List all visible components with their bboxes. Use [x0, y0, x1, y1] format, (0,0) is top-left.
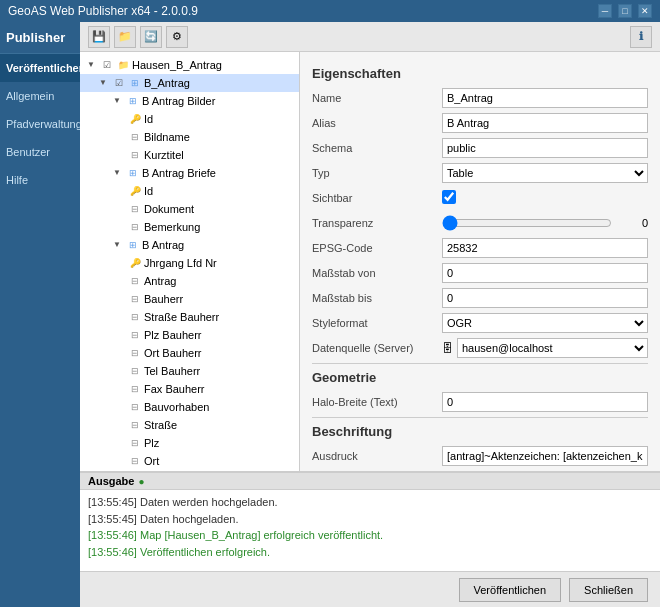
table-icon-3: ⊞	[126, 166, 140, 180]
list-item[interactable]: ⊟Ort	[80, 452, 299, 470]
sidebar-item-veroeffentlichen[interactable]: Veröffentlichen	[0, 54, 80, 82]
field-icon: ⊟	[128, 436, 142, 450]
sidebar-title: Publisher	[0, 22, 80, 54]
prop-row-epsg: EPSG-Code	[312, 237, 648, 259]
list-item[interactable]: ⊟Bauherr	[80, 290, 299, 308]
list-item[interactable]: ⊟Straße	[80, 416, 299, 434]
prop-value-epsg	[442, 238, 648, 258]
prop-value-halo	[442, 392, 648, 412]
prop-value-ausdruck	[442, 446, 648, 466]
settings-button[interactable]: ⚙	[166, 26, 188, 48]
tree-label: Plz Bauherr	[144, 329, 201, 341]
tree-label: Id	[144, 185, 153, 197]
name-input[interactable]	[442, 88, 648, 108]
output-line-1: [13:55:45] Daten werden hochgeladen.	[88, 494, 652, 511]
prop-label-halo: Halo-Breite (Text)	[312, 396, 442, 408]
field-icon: ⊟	[128, 454, 142, 468]
sidebar: Publisher Veröffentlichen Allgemein Pfad…	[0, 22, 80, 607]
info-button[interactable]: ℹ	[630, 26, 652, 48]
prop-value-transparenz: 0	[442, 215, 648, 231]
output-icon: ●	[138, 476, 144, 487]
prop-row-massstab-bis: Maßstab bis	[312, 287, 648, 309]
prop-label-typ: Typ	[312, 167, 442, 179]
prop-value-schema	[442, 138, 648, 158]
output-line-3: [13:55:46] Map [Hausen_B_Antrag] erfolgr…	[88, 527, 652, 544]
list-item[interactable]: 🔑Id	[80, 182, 299, 200]
save-button[interactable]: 💾	[88, 26, 110, 48]
output-title: Ausgabe	[88, 475, 134, 487]
bottom-bar: Veröffentlichen Schließen	[80, 571, 660, 607]
list-item[interactable]: ⊟Ort Bauherr	[80, 344, 299, 362]
tree-item-bilder[interactable]: ▼ ⊞ B Antrag Bilder	[80, 92, 299, 110]
prop-value-sichtbar	[442, 190, 648, 206]
prop-label-name: Name	[312, 92, 442, 104]
tree-label-briefe: B Antrag Briefe	[142, 167, 216, 179]
tree-label: Bauvorhaben	[144, 401, 209, 413]
list-item[interactable]: 🔑Jhrgang Lfd Nr	[80, 254, 299, 272]
prop-value-massstab-von	[442, 263, 648, 283]
halo-input[interactable]	[442, 392, 648, 412]
list-item[interactable]: ⊟Kurztitel	[80, 146, 299, 164]
ausdruck-input[interactable]	[442, 446, 648, 466]
alias-input[interactable]	[442, 113, 648, 133]
massstab-bis-input[interactable]	[442, 288, 648, 308]
sidebar-item-pfadverwaltung[interactable]: Pfadverwaltung	[0, 110, 80, 138]
expand-icon-4: ▼	[110, 166, 124, 180]
tree-item-bantrag-main[interactable]: ▼ ⊞ B Antrag	[80, 236, 299, 254]
window-controls[interactable]: ─ □ ✕	[598, 4, 652, 18]
tree-label: Tel Bauherr	[144, 365, 200, 377]
styleformat-select[interactable]: OGR SLD SE	[442, 313, 648, 333]
output-line-2: [13:55:45] Daten hochgeladen.	[88, 511, 652, 528]
list-item[interactable]: ⊟Bildname	[80, 128, 299, 146]
sidebar-item-benutzer[interactable]: Benutzer	[0, 138, 80, 166]
list-item[interactable]: ⊟Bemerkung	[80, 218, 299, 236]
maximize-button[interactable]: □	[618, 4, 632, 18]
prop-label-massstab-bis: Maßstab bis	[312, 292, 442, 304]
refresh-button[interactable]: 🔄	[140, 26, 162, 48]
list-item[interactable]: ⊟Fax Bauherr	[80, 380, 299, 398]
list-item[interactable]: ⊟Plz	[80, 434, 299, 452]
sidebar-item-allgemein[interactable]: Allgemein	[0, 82, 80, 110]
prop-label-sichtbar: Sichtbar	[312, 192, 442, 204]
list-item[interactable]: 🔑Id	[80, 110, 299, 128]
typ-select[interactable]: Table View Layer	[442, 163, 648, 183]
field-icon: ⊟	[128, 292, 142, 306]
section-eigenschaften: Eigenschaften	[312, 66, 648, 81]
sidebar-item-hilfe[interactable]: Hilfe	[0, 166, 80, 194]
list-item[interactable]: ⊟Dokument	[80, 200, 299, 218]
expand-icon-2: ▼	[96, 76, 110, 90]
tree-label: Bauherr	[144, 293, 183, 305]
sichtbar-checkbox[interactable]	[442, 190, 456, 204]
tree-label-bilder: B Antrag Bilder	[142, 95, 215, 107]
list-item[interactable]: ⊟Tel Bauherr	[80, 362, 299, 380]
massstab-von-input[interactable]	[442, 263, 648, 283]
datenquelle-select[interactable]: hausen@localhost	[457, 338, 648, 358]
prop-row-massstab-von: Maßstab von	[312, 262, 648, 284]
list-item[interactable]: ⊟Antrag	[80, 272, 299, 290]
prop-label-styleformat: Styleformat	[312, 317, 442, 329]
schliessen-button[interactable]: Schließen	[569, 578, 648, 602]
prop-row-transparenz: Transparenz 0	[312, 212, 648, 234]
schema-input[interactable]	[442, 138, 648, 158]
content-area: 💾 📁 🔄 ⚙ ℹ ▼ ☑ 📁 Hausen_B_Antrag	[80, 22, 660, 607]
tree-item-b-antrag[interactable]: ▼ ☑ ⊞ B_Antrag	[80, 74, 299, 92]
field-icon: ⊟	[128, 346, 142, 360]
tree-label: Bildname	[144, 131, 190, 143]
veroeffentlichen-button[interactable]: Veröffentlichen	[459, 578, 562, 602]
transparenz-slider[interactable]	[442, 215, 612, 231]
field-icon: ⊟	[128, 220, 142, 234]
folder-button[interactable]: 📁	[114, 26, 136, 48]
tree-item-root[interactable]: ▼ ☑ 📁 Hausen_B_Antrag	[80, 56, 299, 74]
prop-row-schema: Schema	[312, 137, 648, 159]
close-button[interactable]: ✕	[638, 4, 652, 18]
folder-icon: 📁	[116, 58, 130, 72]
list-item[interactable]: ⊟Bauvorhaben	[80, 398, 299, 416]
table-icon: ⊞	[128, 76, 142, 90]
epsg-input[interactable]	[442, 238, 648, 258]
tree-item-briefe[interactable]: ▼ ⊞ B Antrag Briefe	[80, 164, 299, 182]
minimize-button[interactable]: ─	[598, 4, 612, 18]
field-icon: ⊟	[128, 328, 142, 342]
list-item[interactable]: ⊟Plz Bauherr	[80, 326, 299, 344]
list-item[interactable]: ⊟Straße Bauherr	[80, 308, 299, 326]
tree-label: Ort Bauherr	[144, 347, 201, 359]
